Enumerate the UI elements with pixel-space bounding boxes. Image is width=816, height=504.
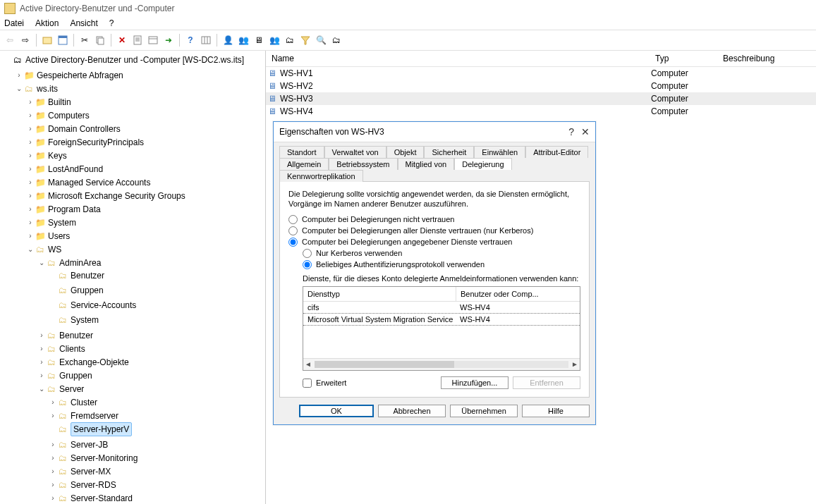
- col-desc[interactable]: Beschreibung: [723, 54, 816, 63]
- radio-kerberos-only[interactable]: Nur Kerberos verwenden: [303, 249, 580, 258]
- service-row[interactable]: cifsWS-HV4: [303, 302, 580, 313]
- apply-button[interactable]: Übernehmen: [450, 405, 518, 417]
- find-user-icon[interactable]: 👥: [236, 33, 250, 47]
- cancel-button[interactable]: Abbrechen: [378, 405, 446, 417]
- tree-item[interactable]: ›Microsoft Exchange Security Groups: [25, 190, 185, 202]
- tree-item[interactable]: ›Keys: [25, 149, 67, 162]
- group-icon[interactable]: 👥: [267, 33, 281, 47]
- ou-icon[interactable]: 🗂: [283, 33, 297, 47]
- tab-kennwortreplikation[interactable]: Kennwortreplikation: [279, 170, 363, 182]
- tree-domain[interactable]: ⌄ ws.its: [14, 82, 58, 95]
- tree-pane[interactable]: Active Directory-Benutzer und -Computer …: [0, 51, 266, 504]
- tab-delegierung[interactable]: Delegierung: [454, 158, 511, 170]
- tree-item[interactable]: Gruppen: [48, 284, 104, 297]
- tree-item[interactable]: ⌄AdminArea: [37, 257, 101, 269]
- scroll-left-icon[interactable]: ◄: [305, 360, 312, 368]
- tab-betriebssystem[interactable]: Betriebssystem: [329, 158, 397, 170]
- tree-item[interactable]: ›Exchange-Objekte: [37, 356, 129, 369]
- tab-sicherheit[interactable]: Sicherheit: [424, 146, 474, 158]
- close-icon[interactable]: ✕: [581, 126, 590, 137]
- tree-item[interactable]: ›Clients: [37, 343, 85, 355]
- tree-item[interactable]: ›Benutzer: [37, 329, 93, 342]
- help-icon[interactable]: ?: [183, 33, 197, 47]
- horizontal-scrollbar[interactable]: ◄ ►: [303, 358, 580, 370]
- tree-item[interactable]: ›Cluster: [48, 396, 97, 409]
- menu-help[interactable]: ?: [109, 18, 114, 28]
- tree-item[interactable]: ›ForeignSecurityPrincipals: [25, 136, 144, 149]
- list-row[interactable]: 🖥WS-HV2Computer: [266, 80, 816, 92]
- tree-item[interactable]: ›Builtin: [25, 96, 71, 109]
- properties-icon[interactable]: [130, 33, 145, 47]
- services-list[interactable]: Diensttyp Benutzer oder Comp... cifsWS-H…: [303, 286, 580, 371]
- tree-item[interactable]: ›Server-Standard: [48, 492, 133, 504]
- folder-icon: [35, 97, 45, 107]
- search-icon[interactable]: 🔍: [314, 33, 328, 47]
- columns-icon[interactable]: [199, 33, 213, 47]
- tree-item[interactable]: ›Fremdserver: [48, 410, 118, 422]
- tree-item[interactable]: ›Domain Controllers: [25, 123, 121, 135]
- tab-attribut-editor[interactable]: Attribut-Editor: [525, 146, 588, 158]
- nav-forward-icon[interactable]: ⇨: [18, 33, 32, 47]
- tab-verwaltet-von[interactable]: Verwaltet von: [324, 146, 386, 158]
- col-typ[interactable]: Typ: [655, 54, 723, 63]
- menu-ansicht[interactable]: Ansicht: [70, 18, 97, 28]
- help-button[interactable]: Hilfe: [522, 405, 590, 417]
- tab-allgemein[interactable]: Allgemein: [279, 158, 329, 170]
- tree-item[interactable]: ›LostAndFound: [25, 163, 103, 176]
- svc-col-user[interactable]: Benutzer oder Comp...: [456, 287, 580, 301]
- service-row[interactable]: Microsoft Virtual System Migration Servi…: [303, 313, 580, 326]
- copy-icon[interactable]: [93, 33, 107, 47]
- radio-any-protocol[interactable]: Beliebiges Authentifizierungsprotokoll v…: [303, 260, 580, 269]
- list-row[interactable]: 🖥WS-HV1Computer: [266, 67, 816, 80]
- list-row[interactable]: 🖥WS-HV3Computer: [266, 92, 816, 105]
- dialog-titlebar[interactable]: Eigenschaften von WS-HV3 ? ✕: [274, 122, 595, 142]
- tree-item[interactable]: Service-Accounts: [48, 299, 136, 312]
- tree-item[interactable]: ›Server-MX: [48, 465, 111, 478]
- tree-item[interactable]: ›Users: [25, 230, 70, 242]
- tree-item[interactable]: ›Server-JB: [48, 438, 108, 451]
- scroll-right-icon[interactable]: ►: [571, 360, 578, 368]
- menu-aktion[interactable]: Aktion: [35, 18, 59, 28]
- cut-icon[interactable]: ✂: [78, 33, 92, 47]
- filter-icon[interactable]: [298, 33, 312, 47]
- tree-item[interactable]: ›Server-RDS: [48, 479, 116, 491]
- radio-trust-all[interactable]: Computer bei Delegierungen aller Dienste…: [288, 226, 580, 235]
- tree-item[interactable]: Benutzer: [48, 269, 104, 282]
- tree-item[interactable]: ›Program Data: [25, 203, 101, 216]
- dialog-help-icon[interactable]: ?: [568, 126, 574, 137]
- tree-item[interactable]: ›Gruppen: [37, 369, 92, 382]
- tab-einw-hlen[interactable]: Einwählen: [474, 146, 525, 158]
- radio-trust-specified[interactable]: Computer bei Delegierungen angegebener D…: [288, 238, 580, 247]
- tree-item[interactable]: ⌄Server: [37, 383, 84, 395]
- list-icon[interactable]: [146, 33, 160, 47]
- tree-root[interactable]: Active Directory-Benutzer und -Computer …: [3, 54, 244, 66]
- tree-item[interactable]: ›Computers: [25, 109, 90, 122]
- computer-icon[interactable]: 🖥: [252, 33, 266, 47]
- folder-icon: [35, 231, 45, 241]
- delete-icon[interactable]: ✕: [115, 33, 129, 47]
- tree-item[interactable]: ›Server-Monitoring: [48, 452, 138, 465]
- radio-trust-none[interactable]: Computer bei Delegierungen nicht vertrau…: [288, 215, 580, 224]
- tree-item[interactable]: System: [48, 314, 99, 326]
- tree-item[interactable]: ›Managed Service Accounts: [25, 176, 150, 189]
- tree-item[interactable]: ›System: [25, 216, 76, 229]
- refresh-domain-icon[interactable]: 🗂: [329, 33, 343, 47]
- new-container-icon[interactable]: [40, 33, 54, 47]
- svc-col-type[interactable]: Diensttyp: [303, 287, 456, 301]
- menu-datei[interactable]: Datei: [4, 18, 24, 28]
- user-icon[interactable]: 👤: [221, 33, 235, 47]
- tree-saved-queries[interactable]: › Gespeicherte Abfragen: [14, 69, 123, 82]
- tree-item[interactable]: Server-HyperV: [48, 422, 132, 436]
- ok-button[interactable]: OK: [299, 405, 374, 417]
- tree-item[interactable]: ⌄WS: [25, 243, 61, 256]
- tab-objekt[interactable]: Objekt: [386, 146, 425, 158]
- column-headers[interactable]: Name Typ Beschreibung: [266, 51, 816, 67]
- list-row[interactable]: 🖥WS-HV4Computer: [266, 105, 816, 118]
- col-name[interactable]: Name: [266, 54, 655, 63]
- window-icon[interactable]: [56, 33, 70, 47]
- tab-mitglied-von[interactable]: Mitglied von: [398, 158, 455, 170]
- tab-standort[interactable]: Standort: [279, 146, 324, 158]
- export-icon[interactable]: ➜: [162, 33, 176, 47]
- checkbox-erweitert[interactable]: Erweitert: [303, 379, 346, 388]
- add-button[interactable]: Hinzufügen...: [441, 376, 509, 389]
